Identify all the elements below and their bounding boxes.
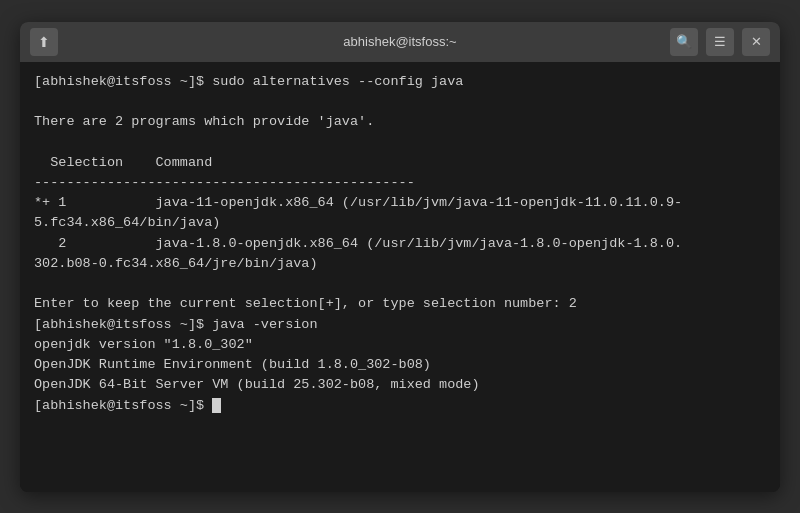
search-button[interactable]: 🔍: [670, 28, 698, 56]
terminal-cursor: [212, 398, 221, 413]
terminal-output: [abhishek@itsfoss ~]$ sudo alternatives …: [34, 74, 682, 413]
menu-button[interactable]: ☰: [706, 28, 734, 56]
terminal-icon: ⬆: [30, 28, 58, 56]
terminal-window: ⬆ abhishek@itsfoss:~ 🔍 ☰ ✕ [abhishek@its…: [20, 22, 780, 492]
close-button[interactable]: ✕: [742, 28, 770, 56]
title-bar-left: ⬆: [30, 28, 58, 56]
title-bar-controls: 🔍 ☰ ✕: [670, 28, 770, 56]
window-title: abhishek@itsfoss:~: [343, 34, 456, 49]
terminal-body[interactable]: [abhishek@itsfoss ~]$ sudo alternatives …: [20, 62, 780, 492]
title-bar: ⬆ abhishek@itsfoss:~ 🔍 ☰ ✕: [20, 22, 780, 62]
